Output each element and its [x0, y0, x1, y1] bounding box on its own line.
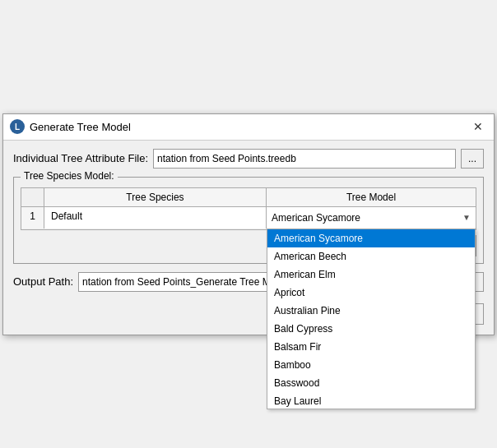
- row-model: American Sycamore ▼ American Sycamore Am…: [267, 207, 476, 229]
- header-num: [21, 188, 44, 206]
- table-header: Tree Species Tree Model: [21, 188, 476, 207]
- dropdown-arrow-icon: ▼: [462, 213, 471, 222]
- title-bar: L Generate Tree Model ✕: [3, 114, 494, 141]
- species-table: Tree Species Tree Model 1 Default Americ…: [21, 187, 476, 230]
- dropdown-item-australian-pine[interactable]: Australian Pine: [267, 302, 475, 320]
- dropdown-list[interactable]: American Sycamore American Beech America…: [267, 229, 476, 409]
- dropdown-item-apricot[interactable]: Apricot: [267, 284, 475, 302]
- attribute-file-input[interactable]: [153, 149, 456, 169]
- dialog-window: L Generate Tree Model ✕ Individual Tree …: [2, 113, 495, 335]
- attribute-file-row: Individual Tree Attribute File: ...: [13, 149, 484, 169]
- group-box-legend: Tree Species Model:: [21, 170, 118, 182]
- output-path-label: Output Path:: [13, 275, 73, 288]
- dropdown-item-basswood[interactable]: Basswood: [267, 374, 475, 392]
- dropdown-item-bay-laurel[interactable]: Bay Laurel: [267, 392, 475, 409]
- dropdown-item-american-elm[interactable]: American Elm: [267, 266, 475, 284]
- attribute-file-label: Individual Tree Attribute File:: [13, 152, 148, 164]
- row-species: Default: [44, 207, 267, 229]
- header-model: Tree Model: [267, 188, 476, 206]
- model-selected-value: American Sycamore: [272, 212, 360, 224]
- close-button[interactable]: ✕: [469, 118, 487, 136]
- dialog-body: Individual Tree Attribute File: ... Tree…: [3, 141, 494, 335]
- table-row: 1 Default American Sycamore ▼ American S…: [21, 207, 476, 229]
- dropdown-item-balsam-fir[interactable]: Balsam Fir: [267, 338, 475, 356]
- dialog-title: Generate Tree Model: [30, 121, 131, 133]
- attribute-file-browse[interactable]: ...: [461, 149, 484, 169]
- dropdown-item-american-beech[interactable]: American Beech: [267, 247, 475, 266]
- dropdown-item-bamboo[interactable]: Bamboo: [267, 356, 475, 374]
- header-species: Tree Species: [44, 188, 267, 206]
- title-bar-left: L Generate Tree Model: [10, 119, 131, 134]
- row-num: 1: [21, 207, 44, 229]
- app-icon: L: [10, 119, 25, 134]
- dropdown-item-bald-cypress[interactable]: Bald Cypress: [267, 320, 475, 338]
- model-select-display[interactable]: American Sycamore ▼: [267, 207, 476, 229]
- dropdown-item-american-sycamore[interactable]: American Sycamore: [267, 229, 475, 247]
- tree-species-group: Tree Species Model: Tree Species Tree Mo…: [13, 177, 484, 264]
